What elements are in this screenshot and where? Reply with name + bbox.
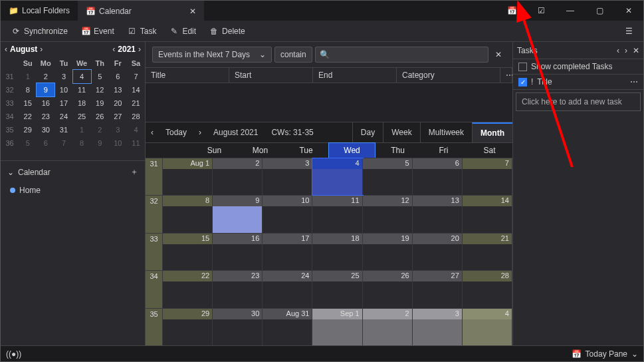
add-calendar-button[interactable]: ＋ (130, 166, 138, 178)
mini-day-cell[interactable]: 22 (19, 110, 37, 123)
next-month-button[interactable]: › (40, 45, 43, 54)
mini-day-cell[interactable]: 5 (19, 136, 37, 150)
col-start[interactable]: Start (229, 68, 313, 83)
col-category[interactable]: Category (397, 68, 500, 83)
day-cell[interactable]: 3 (413, 309, 463, 345)
day-cell[interactable]: 26 (363, 271, 413, 307)
window-minimize[interactable]: — (556, 1, 585, 21)
mini-day-cell[interactable]: 27 (109, 110, 127, 123)
mini-day-cell[interactable]: 8 (19, 83, 37, 96)
new-task-button[interactable]: ☑Task (122, 24, 162, 39)
view-mode-tab[interactable]: Day (352, 122, 383, 142)
mini-day-cell[interactable]: 2 (91, 123, 109, 136)
mini-day-cell[interactable]: 3 (54, 70, 72, 83)
day-cell[interactable]: Aug 31 (263, 309, 312, 345)
day-cell[interactable]: 3 (263, 158, 312, 195)
day-cell[interactable]: 4 (463, 309, 512, 345)
day-cell[interactable]: Sep 1 (312, 309, 362, 345)
mini-day-cell[interactable]: 20 (109, 96, 127, 110)
mini-day-cell[interactable]: 8 (73, 136, 91, 150)
calendar-list-item[interactable]: Home (1, 183, 145, 198)
mini-day-cell[interactable]: 11 (73, 83, 91, 96)
day-cell[interactable]: 13 (413, 196, 463, 232)
mini-day-cell[interactable]: 12 (91, 83, 109, 96)
tasks-prev-button[interactable]: ‹ (617, 46, 619, 55)
mini-day-cell[interactable]: 1 (73, 123, 91, 136)
close-tab-icon[interactable]: ✕ (189, 7, 196, 16)
delete-button[interactable]: 🗑Delete (204, 24, 251, 39)
day-cell[interactable]: 24 (263, 271, 312, 307)
day-cell[interactable]: 22 (163, 271, 213, 307)
events-range-dropdown[interactable]: Events in the Next 7 Days⌄ (152, 47, 272, 63)
mini-day-cell[interactable]: 15 (19, 96, 37, 110)
mini-day-cell[interactable]: 29 (19, 123, 37, 136)
day-cell[interactable]: 4 (312, 158, 362, 195)
day-cell[interactable]: 14 (463, 196, 512, 232)
mini-month-label[interactable]: August (10, 45, 37, 54)
calendar-pane-button[interactable]: 📅 (497, 1, 526, 21)
mini-day-cell[interactable]: 30 (37, 123, 54, 136)
mini-day-cell[interactable]: 26 (91, 110, 109, 123)
mini-day-cell[interactable]: 6 (109, 70, 127, 83)
day-cell[interactable]: 28 (463, 271, 512, 307)
day-cell[interactable]: 16 (213, 234, 263, 270)
day-cell[interactable]: Aug 1 (163, 158, 213, 195)
day-cell[interactable]: 6 (413, 158, 463, 195)
day-cell[interactable]: 30 (213, 309, 263, 345)
connection-icon[interactable]: ((●)) (6, 349, 21, 359)
mini-day-cell[interactable]: 6 (37, 136, 54, 150)
next-year-button[interactable]: › (138, 45, 141, 54)
day-cell[interactable]: 15 (163, 234, 213, 270)
col-picker-button[interactable]: ⋯ (630, 77, 638, 87)
window-maximize[interactable]: ▢ (585, 1, 614, 21)
mini-day-cell[interactable]: 10 (109, 136, 127, 150)
app-menu-button[interactable]: ☰ (620, 24, 638, 39)
day-cell[interactable]: 29 (163, 309, 213, 345)
contain-dropdown[interactable]: contain (274, 47, 312, 63)
mini-year-label[interactable]: 2021 (118, 45, 136, 54)
today-pane-toggle[interactable]: 📅 Today Pane ⌄ (572, 349, 638, 359)
new-event-button[interactable]: 📅Event (76, 24, 120, 39)
day-cell[interactable]: 19 (363, 234, 413, 270)
mini-day-cell[interactable]: 4 (73, 70, 91, 83)
col-title[interactable]: Title (146, 68, 229, 83)
tasks-pane-button[interactable]: ☑ (526, 1, 556, 21)
tab-local-folders[interactable]: 📁 Local Folders (1, 1, 78, 21)
mini-day-cell[interactable]: 21 (127, 96, 145, 110)
view-mode-tab[interactable]: Month (472, 122, 512, 142)
tab-calendar[interactable]: 📅 Calendar ✕ (78, 1, 204, 21)
next-period-button[interactable]: › (193, 128, 207, 137)
tasks-column-header[interactable]: ✓ ! Title ⋯ (513, 74, 643, 90)
day-cell[interactable]: 8 (163, 196, 213, 232)
sync-button[interactable]: ⟳Synchronize (6, 24, 73, 39)
clear-search-button[interactable]: ✕ (491, 50, 506, 59)
prev-year-button[interactable]: ‹ (112, 45, 115, 54)
day-cell[interactable]: 5 (363, 158, 413, 195)
col-end[interactable]: End (313, 68, 397, 83)
window-close[interactable]: ✕ (614, 1, 643, 21)
prev-period-button[interactable]: ‹ (146, 128, 159, 137)
mini-day-cell[interactable]: 31 (54, 123, 72, 136)
day-cell[interactable]: 20 (413, 234, 463, 270)
view-mode-tab[interactable]: Week (383, 122, 419, 142)
mini-day-cell[interactable]: 14 (127, 83, 145, 96)
view-mode-tab[interactable]: Multiweek (420, 122, 472, 142)
mini-day-cell[interactable]: 4 (127, 123, 145, 136)
mini-day-cell[interactable]: 23 (37, 110, 54, 123)
mini-day-cell[interactable]: 9 (91, 136, 109, 150)
mini-day-cell[interactable]: 28 (127, 110, 145, 123)
edit-button[interactable]: ✎Edit (164, 24, 201, 39)
mini-day-cell[interactable]: 16 (37, 96, 54, 110)
day-cell[interactable]: 7 (463, 158, 512, 195)
col-picker-button[interactable]: ⋯ (500, 68, 512, 83)
event-search-input[interactable]: 🔍 (315, 47, 488, 63)
prev-month-button[interactable]: ‹ (5, 45, 7, 54)
today-button[interactable]: Today (159, 128, 193, 137)
day-cell[interactable]: 23 (213, 271, 263, 307)
mini-day-cell[interactable]: 24 (54, 110, 72, 123)
add-task-input[interactable]: Click here to add a new task (516, 92, 641, 111)
mini-day-cell[interactable]: 25 (73, 110, 91, 123)
day-cell[interactable]: 10 (263, 196, 312, 232)
day-cell[interactable]: 27 (413, 271, 463, 307)
tasks-next-button[interactable]: › (625, 46, 627, 55)
